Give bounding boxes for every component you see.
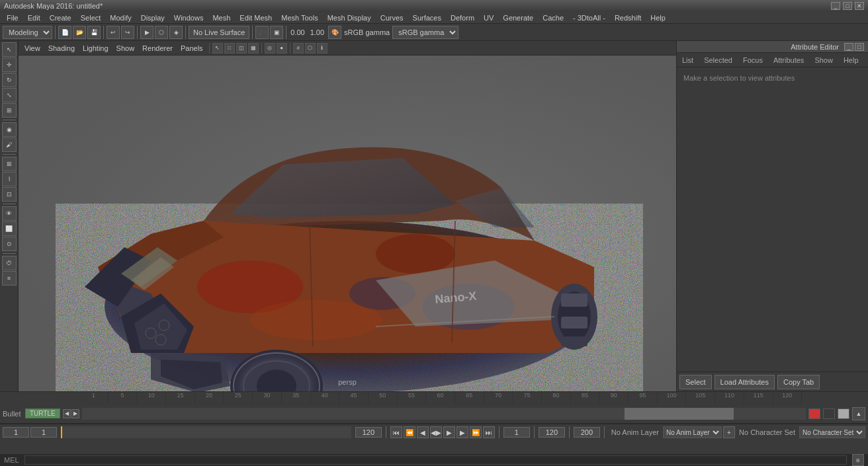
anim-layer-add-btn[interactable]: + xyxy=(723,426,735,438)
red-swatch[interactable] xyxy=(808,408,820,419)
load-attributes-button[interactable]: Load Attributes xyxy=(715,375,775,389)
sculpt-btn[interactable]: 🖌 xyxy=(2,137,17,152)
menu-uv[interactable]: UV xyxy=(480,13,498,22)
rotate-tool-btn[interactable]: ↻ xyxy=(2,73,17,87)
next-key-btn[interactable]: ⏩ xyxy=(470,426,482,438)
viewport-canvas[interactable]: Nano-X xyxy=(19,56,676,391)
menu-select[interactable]: Select xyxy=(77,13,105,22)
soft-select-btn[interactable]: ◉ xyxy=(2,122,17,137)
snap-grid-btn[interactable]: ⊞ xyxy=(2,157,17,171)
redo-btn[interactable]: ↪ xyxy=(121,26,134,39)
paint-btn[interactable]: ◈ xyxy=(169,26,183,39)
menu-windows[interactable]: Windows xyxy=(170,13,208,22)
move-tool-btn[interactable]: ✛ xyxy=(2,58,17,72)
select-button[interactable]: Select xyxy=(679,375,712,389)
camera-gate-btn[interactable]: ⬡ xyxy=(305,43,316,54)
menu-redshift[interactable]: Redshift xyxy=(611,13,645,22)
render-btn[interactable]: ▣ xyxy=(270,26,283,39)
grid-btn[interactable]: # xyxy=(293,43,304,54)
menu-mesh-tools[interactable]: Mesh Tools xyxy=(277,13,322,22)
maximize-button[interactable]: □ xyxy=(843,2,852,10)
bottom-right-btn[interactable]: ≡ xyxy=(852,454,864,466)
copy-tab-button[interactable]: Copy Tab xyxy=(777,375,820,389)
save-btn[interactable]: 💾 xyxy=(87,26,101,39)
char-set-select[interactable]: No Character Set xyxy=(799,426,865,438)
menu-3dtoall[interactable]: - 3DtoAll - xyxy=(569,13,609,22)
menu-curves[interactable]: Curves xyxy=(376,13,408,22)
next-frame-btn[interactable]: ▶ xyxy=(456,426,468,438)
start-range-input[interactable] xyxy=(30,427,57,438)
select-tool-btn[interactable]: ↖ xyxy=(2,42,17,57)
menu-deform[interactable]: Deform xyxy=(447,13,478,22)
universal-tool-btn[interactable]: ⊞ xyxy=(2,103,17,118)
menu-display[interactable]: Display xyxy=(137,13,169,22)
turtle-tab[interactable]: TURTLE xyxy=(25,408,60,418)
end-range-input[interactable] xyxy=(355,427,382,438)
select-mode-btn[interactable]: ↖ xyxy=(212,43,223,54)
track-up-btn[interactable]: ▲ xyxy=(852,407,865,420)
snap-point-btn[interactable]: ⊡ xyxy=(2,187,17,202)
ae-nav-show[interactable]: Show xyxy=(812,55,836,65)
new-scene-btn[interactable]: 📄 xyxy=(58,26,71,39)
ae-nav-list[interactable]: List xyxy=(679,55,696,65)
play-back-btn[interactable]: ◀▶ xyxy=(430,426,442,438)
current-frame-input[interactable] xyxy=(503,427,530,438)
lasso-btn[interactable]: ⬡ xyxy=(155,26,168,39)
menu-edit-mesh[interactable]: Edit Mesh xyxy=(236,13,276,22)
shadow-btn[interactable]: ● xyxy=(277,43,287,54)
prev-frame-btn[interactable]: ◀ xyxy=(417,426,429,438)
ae-nav-selected[interactable]: Selected xyxy=(701,55,735,65)
attr-float-btn[interactable]: □ xyxy=(855,43,864,51)
max-frame-input[interactable] xyxy=(574,427,600,438)
scale-tool-btn[interactable]: ⤡ xyxy=(2,88,17,102)
prev-key-btn[interactable]: ⏪ xyxy=(404,426,415,438)
menu-help[interactable]: Help xyxy=(646,13,670,22)
menu-cache[interactable]: Cache xyxy=(539,13,568,22)
xray-btn[interactable]: ◎ xyxy=(265,43,275,54)
hide-btn[interactable]: 👁 xyxy=(2,206,17,221)
grey-swatch[interactable] xyxy=(838,408,849,419)
start-frame-input[interactable] xyxy=(3,427,29,438)
vp-menu-panels[interactable]: Panels xyxy=(177,44,206,52)
display-btn[interactable]: ⬜ xyxy=(2,221,17,236)
menu-generate[interactable]: Generate xyxy=(499,13,537,22)
menu-file[interactable]: File xyxy=(3,13,22,22)
end-frame-input[interactable] xyxy=(539,427,565,438)
vp-menu-view[interactable]: View xyxy=(21,44,44,52)
dark-swatch[interactable] xyxy=(823,408,835,419)
close-button[interactable]: ✕ xyxy=(855,2,864,10)
color-space-btn[interactable]: 🎨 xyxy=(328,26,341,39)
menu-create[interactable]: Create xyxy=(46,13,75,22)
attr-btn[interactable]: ≡ xyxy=(2,271,17,286)
vp-menu-renderer[interactable]: Renderer xyxy=(139,44,176,52)
smooth-btn[interactable]: ◫ xyxy=(236,43,247,54)
track-prev-btn[interactable]: ◀ xyxy=(63,409,71,418)
wireframe-btn[interactable]: □ xyxy=(224,43,235,54)
minimize-button[interactable]: _ xyxy=(831,2,840,10)
goto-start-btn[interactable]: ⏮ xyxy=(390,426,402,438)
hud-btn[interactable]: ℹ xyxy=(317,43,327,54)
menu-edit[interactable]: Edit xyxy=(24,13,44,22)
texture-btn[interactable]: ▦ xyxy=(248,43,259,54)
vp-menu-lighting[interactable]: Lighting xyxy=(79,44,112,52)
menu-modify[interactable]: Modify xyxy=(106,13,135,22)
camera-btn[interactable]: 🎥 xyxy=(255,26,269,39)
anim-layer-select[interactable]: No Anim Layer xyxy=(663,426,722,438)
snap-curve-btn[interactable]: ⌇ xyxy=(2,172,17,186)
menu-mesh[interactable]: Mesh xyxy=(208,13,234,22)
timeline-scrubber[interactable] xyxy=(61,426,351,438)
isolate-btn[interactable]: ⊙ xyxy=(2,237,17,251)
track-next-btn[interactable]: ▶ xyxy=(71,409,79,418)
select-btn[interactable]: ▶ xyxy=(140,26,153,39)
menu-surfaces[interactable]: Surfaces xyxy=(409,13,445,22)
ae-nav-attributes[interactable]: Attributes xyxy=(771,55,806,65)
mode-dropdown[interactable]: Modeling xyxy=(3,26,52,39)
undo-btn[interactable]: ↩ xyxy=(107,26,120,39)
open-btn[interactable]: 📂 xyxy=(73,26,86,39)
vp-menu-shading[interactable]: Shading xyxy=(45,44,78,52)
gamma-dropdown[interactable]: sRGB gamma xyxy=(392,26,458,39)
goto-end-btn[interactable]: ⏭ xyxy=(483,426,495,438)
menu-mesh-display[interactable]: Mesh Display xyxy=(324,13,375,22)
history-btn[interactable]: ⏱ xyxy=(2,256,17,270)
mel-input[interactable] xyxy=(24,455,847,465)
